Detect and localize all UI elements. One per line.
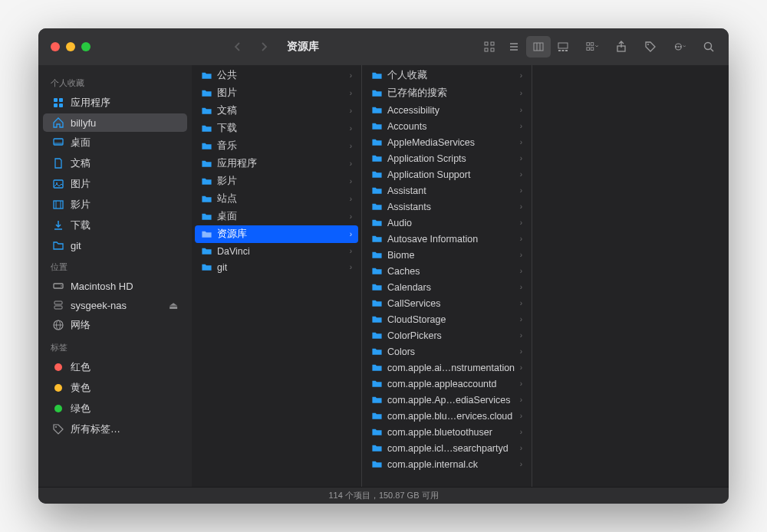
chevron-right-icon: › — [520, 331, 522, 340]
sidebar-item[interactable]: billyfu — [43, 113, 187, 132]
svg-rect-13 — [565, 50, 568, 51]
icon-view-button[interactable] — [477, 36, 502, 57]
minimize-button[interactable] — [66, 42, 75, 51]
svg-point-39 — [61, 285, 62, 287]
folder-item[interactable]: 下载› — [195, 120, 358, 137]
folder-item[interactable]: com.apple.internal.ck› — [365, 456, 528, 472]
sidebar-item[interactable]: 下载 — [43, 215, 187, 235]
svg-rect-34 — [54, 201, 63, 209]
folder-item[interactable]: Calendars› — [365, 279, 528, 295]
close-button[interactable] — [51, 42, 60, 51]
chevron-right-icon: › — [520, 379, 522, 388]
folder-item[interactable]: 已存储的搜索› — [365, 84, 528, 102]
sidebar-item[interactable]: 网络 — [43, 315, 187, 335]
folder-item[interactable]: Accessibility› — [365, 102, 528, 118]
svg-point-23 — [680, 46, 681, 48]
list-view-button[interactable] — [502, 36, 526, 57]
folder-item[interactable]: ColorPickers› — [365, 327, 528, 343]
folder-item[interactable]: 资源库› — [195, 225, 358, 243]
chevron-right-icon: › — [350, 124, 352, 133]
folder-item[interactable]: 应用程序› — [195, 155, 358, 172]
titlebar: 资源库 — [38, 28, 729, 65]
folder-item[interactable]: Audio› — [365, 215, 528, 231]
folder-item[interactable]: com.apple.blu…ervices.cloud› — [365, 408, 528, 424]
gallery-view-button[interactable] — [551, 36, 575, 57]
sidebar-item[interactable]: 文稿 — [43, 153, 187, 173]
folder-label: com.apple.icl…searchpartyd — [387, 443, 515, 454]
sidebar-item[interactable]: 所有标签… — [43, 419, 187, 439]
folder-item[interactable]: 个人收藏› — [365, 67, 528, 84]
search-button[interactable] — [696, 36, 721, 57]
svg-rect-17 — [591, 48, 594, 51]
eject-icon[interactable]: ⏏ — [169, 300, 178, 311]
folder-item[interactable]: Assistants› — [365, 199, 528, 215]
svg-rect-26 — [54, 98, 58, 102]
folder-item[interactable]: com.apple.Ap…ediaServices› — [365, 392, 528, 408]
folder-label: Biome — [387, 250, 515, 261]
folder-item[interactable]: Caches› — [365, 263, 528, 279]
chevron-right-icon: › — [350, 159, 352, 168]
folder-item[interactable]: Accounts› — [365, 118, 528, 134]
chevron-right-icon: › — [520, 202, 522, 211]
folder-item[interactable]: Autosave Information› — [365, 231, 528, 247]
svg-rect-10 — [558, 43, 568, 48]
folder-item[interactable]: AppleMediaServices› — [365, 134, 528, 150]
folder-item[interactable]: 桌面› — [195, 208, 358, 225]
folder-item[interactable]: com.apple.icl…searchpartyd› — [365, 440, 528, 456]
sidebar-item[interactable]: 桌面 — [43, 133, 187, 153]
fullscreen-button[interactable] — [81, 42, 91, 51]
folder-label: Audio — [387, 218, 515, 228]
folder-item[interactable]: CallServices› — [365, 295, 528, 311]
body: 个人收藏应用程序billyfu桌面文稿图片影片下载git位置Macintosh … — [38, 65, 729, 487]
folder-label: Accounts — [387, 121, 515, 132]
sidebar-item[interactable]: Macintosh HD — [43, 277, 187, 295]
folder-item[interactable]: com.apple.bluetoothuser› — [365, 424, 528, 440]
tags-button[interactable] — [638, 36, 663, 57]
folder-label: com.apple.bluetoothuser — [387, 427, 515, 438]
chevron-right-icon: › — [520, 412, 522, 420]
folder-label: 已存储的搜索 — [387, 87, 515, 100]
folder-item[interactable]: 图片› — [195, 84, 358, 102]
sidebar-item[interactable]: 红色 — [43, 357, 187, 377]
folder-item[interactable]: 公共› — [195, 67, 358, 84]
folder-item[interactable]: Application Support› — [365, 166, 528, 182]
sidebar-item[interactable]: sysgeek-nas⏏ — [43, 296, 187, 314]
folder-item[interactable]: 文稿› — [195, 102, 358, 120]
folder-item[interactable]: Colors› — [365, 343, 528, 360]
sidebar-item[interactable]: 绿色 — [43, 399, 187, 419]
sidebar-item[interactable]: 影片 — [43, 195, 187, 215]
back-button[interactable] — [225, 36, 250, 57]
folder-item[interactable]: DaVinci› — [195, 243, 358, 259]
sidebar-item[interactable]: git — [43, 236, 187, 255]
sidebar-item[interactable]: 应用程序 — [43, 93, 187, 113]
folder-label: Assistants — [387, 202, 515, 212]
folder-item[interactable]: 音乐› — [195, 137, 358, 155]
folder-item[interactable]: 站点› — [195, 190, 358, 208]
column-view-button[interactable] — [526, 36, 551, 57]
folder-item[interactable]: 影片› — [195, 172, 358, 190]
forward-button[interactable] — [252, 36, 276, 57]
chevron-right-icon: › — [350, 247, 352, 255]
folder-item[interactable]: com.apple.appleaccountd› — [365, 376, 528, 392]
share-button[interactable] — [609, 36, 634, 57]
folder-item[interactable]: Assistant› — [365, 182, 528, 199]
sidebar-item-label: billyfu — [71, 117, 96, 129]
folder-item[interactable]: CloudStorage› — [365, 311, 528, 327]
toolbar: 资源库 — [103, 36, 729, 57]
folder-label: 图片 — [217, 87, 345, 100]
sidebar-item[interactable]: 黄色 — [43, 378, 187, 398]
tag-icon — [52, 363, 64, 371]
chevron-right-icon: › — [520, 315, 522, 323]
folder-item[interactable]: Biome› — [365, 247, 528, 263]
group-button[interactable] — [580, 36, 604, 57]
sidebar-section-header: 位置 — [38, 255, 192, 276]
folder-item[interactable]: git› — [195, 259, 358, 275]
action-button[interactable] — [667, 36, 692, 57]
folder-label: git — [217, 262, 345, 273]
folder-item[interactable]: Application Scripts› — [365, 150, 528, 166]
status-text: 114 个项目，150.87 GB 可用 — [328, 490, 438, 501]
sidebar-item[interactable]: 图片 — [43, 174, 187, 194]
svg-rect-15 — [591, 43, 594, 46]
svg-rect-16 — [587, 48, 590, 51]
folder-item[interactable]: com.apple.ai…nstrumentation› — [365, 360, 528, 376]
